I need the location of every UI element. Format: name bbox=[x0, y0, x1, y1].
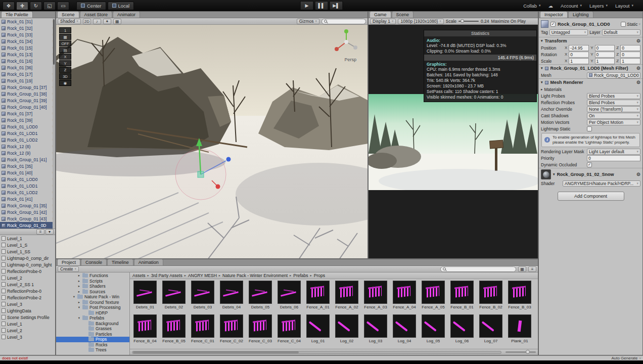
scene-object-item[interactable]: Level_2_SS 1 bbox=[0, 281, 55, 288]
transform-section-header[interactable]: ▾ Transform ⚙ bbox=[539, 37, 642, 44]
breadcrumb-item[interactable]: Props bbox=[314, 273, 325, 278]
scene-object-item[interactable]: Level_1 bbox=[0, 235, 55, 242]
asset-item[interactable]: Log_02 bbox=[333, 314, 361, 348]
breadcrumb-item[interactable]: Nature Pack - Winter Environment bbox=[222, 273, 293, 278]
cloud-icon[interactable]: ☁ bbox=[548, 3, 554, 9]
material-section-header[interactable]: ▾ Rock_Group_01_02_Snow ⚙ bbox=[539, 168, 642, 180]
hierarchy-item[interactable]: Rock_01 [34] › bbox=[0, 38, 55, 44]
gear-icon[interactable]: ⚙ bbox=[636, 66, 640, 71]
folder-tree-item[interactable]: ▸ Ground Texture bbox=[56, 300, 129, 305]
auto-generate-lighting-toggle[interactable]: Auto Generate▾ bbox=[611, 356, 641, 360]
hierarchy-item[interactable]: Rock_01 [13] › bbox=[0, 51, 55, 58]
collab-dropdown[interactable]: Collab▾ bbox=[523, 3, 540, 9]
expand-arrow-icon[interactable]: ▸ bbox=[77, 300, 81, 304]
y-value-field[interactable]: 1 bbox=[595, 58, 615, 64]
hierarchy-item[interactable]: Rock_01 [35] › bbox=[0, 163, 55, 169]
hierarchy-item[interactable]: Rock_Group_01 [39] › bbox=[0, 97, 55, 104]
move-tool-button[interactable]: ✚ bbox=[16, 2, 28, 10]
gear-icon[interactable]: ⚙ bbox=[636, 172, 640, 177]
expand-arrow-icon[interactable]: ▸ bbox=[77, 279, 81, 283]
asset-item[interactable]: Debris_02 bbox=[160, 281, 188, 314]
scene-object-item[interactable]: Lightmap-0_comp_light bbox=[0, 261, 55, 268]
static-checkbox[interactable] bbox=[621, 22, 626, 27]
resolution-dropdown[interactable]: 1080p (1920x1080)▾ bbox=[398, 19, 443, 24]
asset-item[interactable]: Plank_01 bbox=[506, 314, 534, 348]
scene-lighting-toggle[interactable]: ▦ bbox=[113, 19, 121, 24]
shading-mode-dropdown[interactable]: Shaded▾ bbox=[58, 19, 81, 24]
scene-object-item[interactable]: Level_3 bbox=[0, 334, 55, 340]
folder-tree-item[interactable]: ▸ Scripts bbox=[56, 279, 129, 284]
overlay-button[interactable]: ◉ bbox=[59, 80, 71, 86]
property-dropdown[interactable]: None (Transform)▾ bbox=[587, 106, 640, 112]
hierarchy-item[interactable]: Rock_01_LOD1 › bbox=[0, 183, 55, 189]
asset-item[interactable]: Fence_B_04 bbox=[131, 314, 159, 348]
scene-object-item[interactable]: Level_1_S bbox=[0, 242, 55, 248]
hierarchy-scrollbar[interactable] bbox=[53, 18, 55, 229]
folder-tree-item[interactable]: Trees bbox=[56, 347, 129, 353]
projection-label[interactable]: Persp bbox=[344, 57, 356, 62]
hierarchy-item[interactable]: Rock_01 [41] › bbox=[0, 196, 55, 202]
gameobject-name[interactable]: Rock_Group_01_LOD0 bbox=[558, 21, 619, 27]
horizontal-scrollbar[interactable] bbox=[132, 351, 501, 354]
mesh-renderer-section-header[interactable]: ▾ Mesh Renderer ⚙ bbox=[539, 78, 642, 86]
lightmap-static-checkbox[interactable] bbox=[587, 126, 592, 131]
hierarchy-item[interactable]: Rock_01 [31] › bbox=[0, 18, 55, 25]
active-checkbox[interactable]: ✓ bbox=[550, 22, 556, 27]
hierarchy-item[interactable]: Rock_01_LOD0 › bbox=[0, 176, 55, 183]
folder-tree-item[interactable]: ▸ Functions bbox=[56, 273, 129, 279]
folder-tree-item[interactable]: HDRP bbox=[56, 310, 129, 316]
dynamic-occluded-checkbox[interactable]: ✓ bbox=[587, 162, 592, 167]
scene-object-item[interactable]: Level_3 bbox=[0, 301, 55, 307]
tab-animator[interactable]: Animator bbox=[113, 11, 140, 18]
pause-button[interactable]: ▌▌ bbox=[315, 1, 329, 10]
scene-object-item[interactable]: Level_1_SS bbox=[0, 248, 55, 255]
hand-tool-button[interactable]: ❖ bbox=[3, 2, 15, 10]
asset-item[interactable]: Debris_06 bbox=[275, 281, 303, 314]
hierarchy-item[interactable]: Rock_01_LOD1 › bbox=[0, 130, 55, 136]
y-value-field[interactable]: 0 bbox=[595, 52, 615, 58]
folder-tree-item[interactable]: Rocks bbox=[56, 342, 129, 348]
scene-object-item[interactable]: LightingData bbox=[0, 307, 55, 314]
asset-item[interactable]: Fence_B_03 bbox=[506, 281, 534, 314]
list-dropdown-button[interactable]: ▾ bbox=[45, 229, 54, 235]
tag-dropdown[interactable]: Untagged▾ bbox=[549, 29, 588, 35]
shader-dropdown[interactable]: ANGRYMESH/Nature Pack/HDRP...▾ bbox=[563, 180, 640, 187]
hierarchy-item[interactable]: Rock_01 [17] › bbox=[0, 71, 55, 77]
overlay-button[interactable]: OFF bbox=[59, 40, 71, 47]
hierarchy-item[interactable]: Rock_01_LOD2 › bbox=[0, 136, 55, 143]
gizmos-dropdown[interactable]: Gizmos▾ bbox=[297, 19, 319, 24]
hierarchy-item[interactable]: Rock_01 [37] › bbox=[0, 110, 55, 117]
breadcrumb-item[interactable]: 3rd Party Assets bbox=[151, 273, 188, 278]
tab-lighting[interactable]: Lighting bbox=[568, 11, 593, 18]
play-button[interactable]: ▶ bbox=[300, 1, 314, 10]
breadcrumb-item[interactable]: ANGRY MESH bbox=[188, 273, 222, 278]
asset-item[interactable]: Fence_C_03 bbox=[246, 314, 274, 348]
overlay-button[interactable]: 1 bbox=[59, 27, 71, 33]
status-error-message[interactable]: does not exist! bbox=[2, 356, 28, 360]
scene-object-item[interactable]: Level_2 bbox=[0, 327, 55, 334]
scene-effects-toggle[interactable]: ✦ bbox=[103, 19, 111, 24]
asset-item[interactable]: Fence_B_01 bbox=[448, 281, 476, 314]
tab-tile-palette[interactable]: Tile Palette bbox=[1, 11, 33, 18]
rect-tool-button[interactable]: ▭ bbox=[57, 2, 69, 10]
asset-item[interactable]: Log_03 bbox=[361, 314, 390, 348]
expand-arrow-icon[interactable]: ▾ bbox=[72, 295, 76, 299]
property-dropdown[interactable]: Blend Probes▾ bbox=[587, 93, 640, 99]
asset-item[interactable]: Fence_A_03 bbox=[361, 281, 390, 314]
game-viewport[interactable]: Statistics Audio: Level: -74.8 dB (MUTED… bbox=[369, 25, 538, 258]
space-toggle-button[interactable]: Local bbox=[108, 2, 134, 10]
asset-item[interactable]: Log_01 bbox=[304, 314, 332, 348]
asset-item[interactable]: Log_06 bbox=[448, 314, 476, 348]
scene-audio-toggle[interactable]: ♪ bbox=[93, 19, 101, 24]
asset-item[interactable]: Fence_C_04 bbox=[275, 314, 303, 348]
property-dropdown[interactable]: Blend Probes▾ bbox=[587, 100, 640, 106]
folder-tree-item[interactable]: Background bbox=[56, 321, 129, 327]
folder-tree-item[interactable]: ▸ Sources bbox=[56, 289, 129, 295]
overlay-button[interactable]: X bbox=[59, 54, 71, 60]
scale-slider-knob[interactable] bbox=[461, 19, 464, 23]
asset-item[interactable]: Fence_B_05 bbox=[160, 314, 188, 348]
layer-dropdown[interactable]: Default▾ bbox=[602, 29, 641, 35]
hierarchy-item[interactable]: Rock_01 [15] › bbox=[0, 44, 55, 51]
folder-tree-item[interactable]: ▸ Shaders bbox=[56, 284, 129, 289]
2d-toggle-button[interactable]: 2D bbox=[83, 19, 91, 24]
